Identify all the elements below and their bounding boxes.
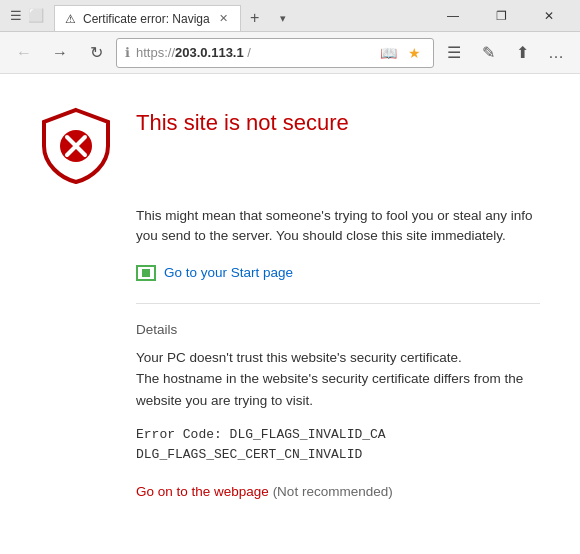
tab-title: Certificate error: Naviga bbox=[83, 12, 210, 26]
restore-button[interactable]: ❐ bbox=[478, 3, 524, 29]
title-bar-left: ☰ ⬜ bbox=[8, 8, 44, 24]
forward-button[interactable]: → bbox=[44, 37, 76, 69]
tab-dropdown-button[interactable]: ▾ bbox=[269, 5, 297, 31]
error-description: This might mean that someone's trying to… bbox=[136, 206, 540, 247]
more-button[interactable]: … bbox=[540, 37, 572, 69]
url-path: / bbox=[244, 45, 251, 60]
settings-icon[interactable]: ☰ bbox=[8, 8, 24, 24]
address-url: https://203.0.113.1 / bbox=[136, 45, 371, 60]
error-code: Error Code: DLG_FLAGS_INVALID_CA DLG_FLA… bbox=[136, 425, 540, 464]
go-on-link[interactable]: Go on to the webpage bbox=[136, 484, 269, 499]
tab-strip: ⚠ Certificate error: Naviga ✕ + ▾ bbox=[54, 0, 424, 31]
url-protocol: https:// bbox=[136, 45, 175, 60]
tab-favicon: ⚠ bbox=[63, 12, 77, 26]
url-domain: 203.0.113.1 bbox=[175, 45, 244, 60]
notes-button[interactable]: ✎ bbox=[472, 37, 504, 69]
active-tab[interactable]: ⚠ Certificate error: Naviga ✕ bbox=[54, 5, 241, 31]
go-on-link-container: Go on to the webpage (Not recommended) bbox=[136, 484, 540, 499]
details-text-1: Your PC doesn't trust this website's sec… bbox=[136, 347, 540, 412]
back-button[interactable]: ← bbox=[8, 37, 40, 69]
hub-button[interactable]: ☰ bbox=[438, 37, 470, 69]
tab-manager-icon[interactable]: ⬜ bbox=[28, 8, 44, 24]
tab-close-button[interactable]: ✕ bbox=[216, 11, 232, 27]
security-lock-icon: ℹ bbox=[125, 45, 130, 60]
error-code-line2: DLG_FLAGS_SEC_CERT_CN_INVALID bbox=[136, 445, 540, 465]
close-button[interactable]: ✕ bbox=[526, 3, 572, 29]
start-page-icon bbox=[136, 265, 156, 281]
refresh-button[interactable]: ↻ bbox=[80, 37, 112, 69]
minimize-button[interactable]: — bbox=[430, 3, 476, 29]
details-label: Details bbox=[136, 322, 540, 337]
error-page-content: This site is not secure This might mean … bbox=[0, 74, 580, 554]
error-header: This site is not secure bbox=[40, 106, 540, 186]
share-button[interactable]: ⬆ bbox=[506, 37, 538, 69]
start-page-link[interactable]: Go to your Start page bbox=[136, 265, 540, 281]
not-recommended-text: (Not recommended) bbox=[273, 484, 393, 499]
title-bar: ☰ ⬜ ⚠ Certificate error: Naviga ✕ + ▾ — … bbox=[0, 0, 580, 32]
error-title: This site is not secure bbox=[136, 110, 349, 136]
start-page-link-text[interactable]: Go to your Start page bbox=[164, 265, 293, 280]
address-icons: 📖 ★ bbox=[377, 42, 425, 64]
reading-view-icon[interactable]: 📖 bbox=[377, 42, 399, 64]
error-body: This might mean that someone's trying to… bbox=[40, 206, 540, 499]
address-bar[interactable]: ℹ https://203.0.113.1 / 📖 ★ bbox=[116, 38, 434, 68]
window-controls: — ❐ ✕ bbox=[430, 3, 572, 29]
error-code-line1: Error Code: DLG_FLAGS_INVALID_CA bbox=[136, 425, 540, 445]
shield-icon bbox=[40, 106, 112, 186]
favorites-star-icon[interactable]: ★ bbox=[403, 42, 425, 64]
toolbar-right: ☰ ✎ ⬆ … bbox=[438, 37, 572, 69]
new-tab-button[interactable]: + bbox=[241, 5, 269, 31]
divider bbox=[136, 303, 540, 304]
toolbar: ← → ↻ ℹ https://203.0.113.1 / 📖 ★ ☰ ✎ ⬆ … bbox=[0, 32, 580, 74]
